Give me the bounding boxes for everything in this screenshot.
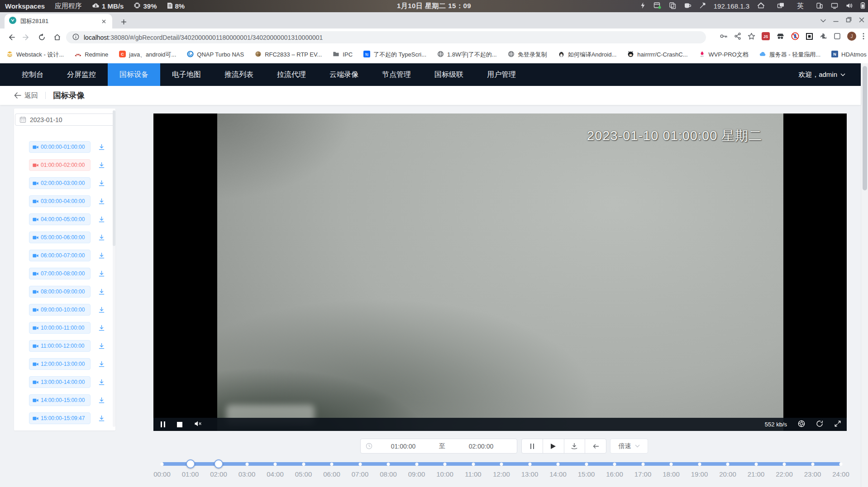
download-segment-button[interactable] [98, 307, 105, 313]
bookmark-webstack[interactable]: Webstack - 设计... [6, 51, 64, 59]
reading-list-icon[interactable] [834, 33, 841, 42]
battery-icon[interactable] [860, 2, 865, 10]
window-minimize-icon[interactable] [833, 16, 839, 24]
bookmark-hdatmos[interactable]: NHDAtmos :: 种子 *... [831, 51, 868, 59]
color-picker-tray-icon[interactable] [699, 2, 706, 10]
nav-tab[interactable]: 云端录像 [318, 63, 370, 86]
segment-button[interactable]: 06:00:00-07:00:00 [29, 250, 91, 261]
nav-tab[interactable]: 推流列表 [213, 63, 265, 86]
display-icon[interactable] [831, 2, 838, 10]
bookmark-typescript-article[interactable]: 1.8W字|了不起的... [437, 51, 497, 59]
browser-tab[interactable]: 国标28181 [5, 14, 112, 28]
bookmark-cloud-server[interactable]: 服务器 - 轻量应用... [759, 51, 820, 59]
bookmark-star-icon[interactable] [748, 33, 755, 42]
download-segment-button[interactable] [98, 325, 105, 331]
download-segment-button[interactable] [98, 144, 105, 151]
snapshot-shutter-icon[interactable] [798, 420, 805, 429]
download-segment-button[interactable] [98, 180, 105, 187]
segment-button[interactable]: 14:00:00-15:00:00 [29, 394, 91, 406]
extension-no-phone-icon[interactable] [791, 32, 799, 42]
bookmark-copy-free[interactable]: 免登录复制 [508, 51, 547, 59]
pause-button[interactable] [522, 439, 543, 453]
user-menu[interactable]: 欢迎，admin [798, 63, 845, 86]
timeline-handle-start[interactable] [186, 459, 195, 468]
refresh-icon[interactable] [816, 420, 823, 429]
url-input[interactable]: localhost:38080/#/gbRecordDetail/3402000… [66, 31, 706, 43]
app-window-tray-icon[interactable] [653, 2, 661, 10]
download-button[interactable] [564, 439, 586, 453]
range-end-value[interactable]: 02:00:00 [450, 443, 512, 450]
seek-back-button[interactable] [585, 439, 606, 453]
home-tray-icon[interactable] [757, 2, 765, 10]
phone-link-icon[interactable] [816, 2, 823, 10]
segment-button[interactable]: 15:00:00-15:09:47 [29, 412, 91, 424]
volume-icon[interactable] [846, 2, 853, 10]
download-segment-button[interactable] [98, 270, 105, 277]
download-segment-button[interactable] [98, 397, 105, 404]
play-button[interactable] [543, 439, 564, 453]
segment-button[interactable]: 05:00:00-06:00:00 [29, 232, 91, 243]
bookmark-android-build[interactable]: 如何编译Android... [558, 51, 617, 59]
bookmark-ipc-folder[interactable]: IPC [333, 51, 353, 59]
password-key-icon[interactable] [720, 33, 728, 42]
segment-button[interactable]: 09:00:00-10:00:00 [29, 304, 91, 316]
bookmark-wvp-docs[interactable]: WVPWVP-PRO文档 [699, 51, 749, 59]
download-segment-button[interactable] [98, 216, 105, 223]
share-icon[interactable] [734, 33, 741, 42]
segment-button[interactable]: 03:00:00-04:00:00 [29, 195, 91, 207]
nav-tab[interactable]: 节点管理 [370, 63, 423, 86]
sidebar-scrollbar[interactable] [113, 110, 115, 427]
extension-screen-capture-icon[interactable] [806, 33, 813, 42]
clipboard-copy-tray-icon[interactable] [669, 2, 676, 10]
download-segment-button[interactable] [98, 288, 105, 295]
new-tab-button[interactable] [118, 16, 129, 28]
bookmarks-overflow-chevron[interactable]: » [807, 51, 811, 58]
nav-tab[interactable]: 分屏监控 [55, 63, 108, 86]
segment-button[interactable]: 04:00:00-05:00:00 [29, 213, 91, 225]
download-segment-button[interactable] [98, 252, 105, 259]
segment-button[interactable]: 13:00:00-14:00:00 [29, 376, 91, 388]
date-picker-input[interactable]: 2023-01-10 [15, 113, 114, 126]
extension-incognito-icon[interactable] [776, 33, 785, 42]
segment-button[interactable]: 07:00:00-08:00:00 [29, 268, 91, 279]
segment-button[interactable]: 02:00:00-03:00:00 [29, 177, 91, 189]
coffee-tray-icon[interactable] [684, 2, 692, 10]
nav-tab[interactable]: 国标设备 [108, 63, 160, 86]
download-segment-button[interactable] [98, 162, 105, 169]
workspace-switcher-icon[interactable] [777, 2, 785, 10]
extensions-puzzle-icon[interactable] [820, 33, 827, 42]
input-method-indicator[interactable]: 英 [797, 2, 804, 10]
bolt-tray-icon[interactable] [640, 2, 646, 10]
back-arrow-icon[interactable] [14, 92, 21, 99]
nav-tab[interactable]: 电子地图 [160, 63, 213, 86]
bookmark-csdn[interactable]: Cjava、android可... [119, 51, 176, 59]
player-mute-icon[interactable] [194, 421, 202, 429]
download-segment-button[interactable] [98, 415, 105, 422]
range-start-value[interactable]: 01:00:00 [372, 443, 434, 450]
back-button[interactable]: 返回 [24, 91, 38, 100]
fullscreen-icon[interactable] [834, 420, 841, 429]
time-range-input[interactable]: 01:00:00 至 02:00:00 [360, 439, 517, 454]
bookmark-github[interactable]: hairrrrr/C-CrashC... [627, 51, 687, 59]
timeline-handle-end[interactable] [214, 459, 223, 468]
clock[interactable]: 1月10日 星期二 15：09 [397, 2, 471, 10]
window-restore-icon[interactable] [846, 16, 852, 24]
browser-menu-icon[interactable] [863, 33, 864, 42]
scrollbar-thumb[interactable] [863, 66, 867, 190]
extension-js-icon[interactable]: JS [762, 32, 770, 42]
home-icon[interactable] [50, 30, 64, 44]
speed-dropdown[interactable]: 倍速 [610, 439, 648, 454]
segment-button[interactable]: 00:00:00-01:00:00 [29, 141, 91, 153]
back-icon[interactable] [4, 30, 18, 44]
reload-icon[interactable] [35, 30, 48, 44]
workspaces-button[interactable]: Workspaces [5, 2, 45, 10]
nav-tab[interactable]: 控制台 [10, 63, 55, 86]
forward-icon[interactable] [19, 30, 33, 44]
tab-close-icon[interactable] [100, 18, 108, 25]
bookmark-rfc[interactable]: RFC2833 – RTP EV... [255, 51, 322, 59]
ip-address[interactable]: 192.168.1.3 [714, 2, 749, 10]
nav-tab[interactable]: 用户管理 [475, 63, 528, 86]
download-segment-button[interactable] [98, 198, 105, 205]
bookmark-qnap[interactable]: QNAP Turbo NAS [187, 51, 244, 59]
segment-button[interactable]: 08:00:00-09:00:00 [29, 286, 91, 298]
